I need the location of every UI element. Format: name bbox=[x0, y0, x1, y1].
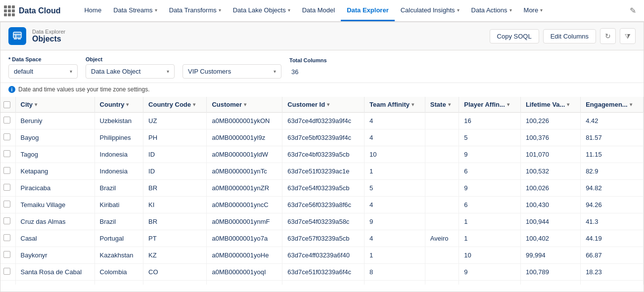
cell-player_affin: 10 bbox=[459, 247, 521, 264]
cell-state: Aveiro bbox=[425, 230, 459, 247]
nav-item-data-explorer[interactable]: Data Explorer bbox=[341, 0, 395, 21]
total-columns-value: 36 bbox=[289, 65, 327, 79]
nav-item-more[interactable]: More ▾ bbox=[518, 0, 549, 21]
copy-soql-button[interactable]: Copy SOQL bbox=[490, 29, 539, 43]
refresh-button[interactable]: ↻ bbox=[600, 28, 616, 44]
chevron-down-icon: ▾ bbox=[70, 69, 72, 74]
cell-team_affinity: 10 bbox=[365, 146, 425, 163]
nav-item-home[interactable]: Home bbox=[78, 0, 107, 21]
cell-city: Piracicaba bbox=[15, 180, 94, 197]
cell-player_affin: 9 bbox=[459, 264, 521, 281]
cell-lifetime_va: 100,376 bbox=[520, 129, 580, 146]
vip-select[interactable]: VIP Customers ▾ bbox=[183, 64, 281, 79]
row-checkbox[interactable] bbox=[3, 117, 10, 124]
state-column-header[interactable]: State ▾ bbox=[425, 97, 459, 113]
cell-country_code: CO bbox=[143, 281, 207, 285]
lifetime-va-column-header[interactable]: Lifetime Va... ▾ bbox=[520, 97, 580, 113]
row-checkbox-cell bbox=[0, 129, 15, 146]
table-row: PiracicabaBrazilBRa0MB0000001ynZR63d7ce5… bbox=[0, 180, 644, 197]
customer-id-column-header[interactable]: Customer Id ▾ bbox=[282, 97, 365, 113]
edit-nav-icon[interactable]: ✎ bbox=[626, 4, 640, 17]
cell-country: Colombia bbox=[94, 264, 143, 281]
cell-engagement: 82.9 bbox=[581, 163, 644, 180]
engagement-column-header[interactable]: Engagemen... ▾ bbox=[581, 97, 644, 113]
cell-state bbox=[425, 213, 459, 230]
cell-customer: a0MB0000001yncC bbox=[207, 197, 282, 213]
cell-engagement: 41.3 bbox=[581, 213, 644, 230]
row-checkbox[interactable] bbox=[3, 234, 10, 241]
row-checkbox[interactable] bbox=[3, 167, 10, 174]
object-select[interactable]: Data Lake Object ▾ bbox=[86, 64, 175, 79]
chevron-down-icon: ▾ bbox=[155, 7, 157, 13]
cell-country_code: PH bbox=[143, 129, 207, 146]
cell-team_affinity: 4 bbox=[365, 230, 425, 247]
cell-city: Santa Rosa de Cabal bbox=[15, 264, 94, 281]
cell-country_code: KI bbox=[143, 197, 207, 213]
country-column-header[interactable]: Country ▾ bbox=[94, 97, 143, 113]
cell-customer: a0MB0000001ykON bbox=[207, 113, 282, 129]
nav-item-data-lake-objects[interactable]: Data Lake Objects ▾ bbox=[227, 0, 296, 21]
cell-player_affin: 13 bbox=[459, 281, 521, 285]
row-checkbox-cell bbox=[0, 247, 15, 264]
select-all-header[interactable] bbox=[0, 97, 15, 113]
sub-header-title: Objects bbox=[32, 35, 65, 43]
cell-team_affinity: 1 bbox=[365, 163, 425, 180]
table-row: CasalPortugalPTa0MB0000001yo7a63d7ce57f0… bbox=[0, 230, 644, 247]
table-header-row: City ▾ Country ▾ Country Code ▾ bbox=[0, 97, 644, 113]
app-launcher[interactable]: Data Cloud bbox=[4, 5, 70, 16]
row-checkbox[interactable] bbox=[3, 268, 10, 275]
row-checkbox[interactable] bbox=[3, 251, 10, 258]
sub-header-actions: Copy SOQL Edit Columns ↻ ⧩ bbox=[490, 28, 636, 44]
cell-country: Portugal bbox=[94, 230, 143, 247]
row-checkbox[interactable] bbox=[3, 217, 10, 224]
cell-team_affinity: 9 bbox=[365, 213, 425, 230]
nav-item-data-transforms[interactable]: Data Transforms ▾ bbox=[163, 0, 227, 21]
cell-team_affinity: 5 bbox=[365, 180, 425, 197]
total-columns-label: Total Columns bbox=[289, 57, 327, 63]
cell-customer_id: 63d7ce4ff03239a6f40 bbox=[282, 247, 365, 264]
cell-customer: a0MB0000001yoqI bbox=[207, 264, 282, 281]
sub-header-subtitle: Data Explorer bbox=[32, 29, 65, 35]
sort-icon: ▾ bbox=[244, 102, 246, 107]
cell-country_code: UZ bbox=[143, 113, 207, 129]
cell-engagement: 18.23 bbox=[581, 264, 644, 281]
cell-city: Ketapang bbox=[15, 163, 94, 180]
table-row: Cruz das AlmasBrazilBRa0MB0000001ynmF63d… bbox=[0, 213, 644, 230]
player-affin-column-header[interactable]: Player Affin... ▾ bbox=[459, 97, 521, 113]
app-dots-icon[interactable] bbox=[4, 5, 15, 16]
cell-country: Indonesia bbox=[94, 146, 143, 163]
nav-item-data-model[interactable]: Data Model bbox=[296, 0, 341, 21]
country-code-column-header[interactable]: Country Code ▾ bbox=[143, 97, 207, 113]
cell-engagement: 94.26 bbox=[581, 197, 644, 213]
edit-columns-button[interactable]: Edit Columns bbox=[543, 29, 596, 43]
row-checkbox[interactable] bbox=[3, 150, 10, 157]
nav-item-data-streams[interactable]: Data Streams ▾ bbox=[107, 0, 163, 21]
form-area: * Data Space default ▾ Object Data Lake … bbox=[0, 50, 644, 83]
cell-customer_id: 63d7ce4df03239a9f4c bbox=[282, 113, 365, 129]
customer-column-header[interactable]: Customer ▾ bbox=[207, 97, 282, 113]
cell-country: Kiribati bbox=[94, 197, 143, 213]
team-affinity-column-header[interactable]: Team Affinity ▾ bbox=[365, 97, 425, 113]
cell-country_code: ID bbox=[143, 146, 207, 163]
row-checkbox-cell bbox=[0, 113, 15, 129]
sub-header-title-block: Data Explorer Objects bbox=[32, 29, 65, 43]
table-container[interactable]: City ▾ Country ▾ Country Code ▾ bbox=[0, 97, 644, 285]
row-checkbox[interactable] bbox=[3, 184, 10, 191]
filter-icon: ⧩ bbox=[625, 32, 631, 41]
cell-city: Cruz das Almas bbox=[15, 213, 94, 230]
nav-item-calculated-insights[interactable]: Calculated Insights ▾ bbox=[395, 0, 465, 21]
city-column-header[interactable]: City ▾ bbox=[15, 97, 94, 113]
filter-button[interactable]: ⧩ bbox=[620, 28, 636, 44]
nav-item-data-actions[interactable]: Data Actions ▾ bbox=[465, 0, 518, 21]
data-space-select[interactable]: default ▾ bbox=[8, 64, 78, 79]
cell-player_affin: 9 bbox=[459, 146, 521, 163]
cell-engagement: 4.42 bbox=[581, 113, 644, 129]
info-icon: i bbox=[8, 86, 15, 93]
chevron-down-icon: ▾ bbox=[457, 7, 460, 13]
sort-icon: ▾ bbox=[35, 102, 37, 107]
sub-header: Data Explorer Objects Copy SOQL Edit Col… bbox=[0, 22, 644, 50]
cell-country: Kazakhstan bbox=[94, 247, 143, 264]
select-all-checkbox[interactable] bbox=[3, 101, 10, 108]
row-checkbox[interactable] bbox=[3, 133, 10, 140]
row-checkbox[interactable] bbox=[3, 201, 10, 208]
